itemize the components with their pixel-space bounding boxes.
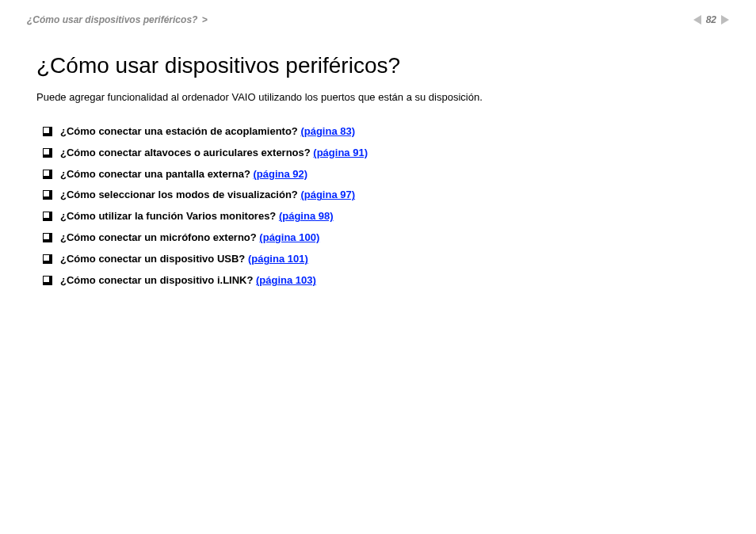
- toc-item: ¿Cómo conectar altavoces o auriculares e…: [43, 147, 720, 160]
- toc-item: ¿Cómo conectar un dispositivo i.LINK? (p…: [43, 274, 720, 288]
- toc-link[interactable]: (página 98): [279, 210, 334, 222]
- page-title: ¿Cómo usar dispositivos periféricos?: [36, 52, 720, 79]
- toc-link[interactable]: (página 92): [253, 168, 307, 180]
- toc-link[interactable]: (página 101): [248, 253, 308, 265]
- page-number: 82: [706, 14, 716, 25]
- page-navigation: 82: [693, 14, 729, 25]
- toc-question: ¿Cómo seleccionar los modos de visualiza…: [60, 189, 300, 200]
- toc-question: ¿Cómo conectar un dispositivo USB?: [60, 253, 248, 265]
- prev-page-icon[interactable]: [693, 15, 701, 25]
- toc-question: ¿Cómo utilizar la función Varios monitor…: [60, 210, 279, 222]
- toc-list: ¿Cómo conectar una estación de acoplamie…: [36, 125, 720, 288]
- toc-question: ¿Cómo conectar un dispositivo i.LINK?: [60, 274, 256, 286]
- toc-item: ¿Cómo utilizar la función Varios monitor…: [43, 210, 720, 223]
- breadcrumb-label: ¿Cómo usar dispositivos periféricos?: [27, 14, 197, 25]
- toc-item: ¿Cómo conectar una pantalla externa? (pá…: [43, 168, 720, 181]
- intro-text: Puede agregar funcionalidad al ordenador…: [36, 90, 720, 105]
- toc-link[interactable]: (página 103): [256, 274, 316, 286]
- breadcrumb-separator: >: [200, 14, 208, 25]
- toc-item: ¿Cómo conectar un micrófono externo? (pá…: [43, 231, 720, 245]
- toc-item: ¿Cómo seleccionar los modos de visualiza…: [43, 189, 720, 202]
- toc-question: ¿Cómo conectar una pantalla externa?: [60, 168, 253, 180]
- toc-item: ¿Cómo conectar un dispositivo USB? (pági…: [43, 253, 720, 266]
- toc-link[interactable]: (página 100): [259, 231, 319, 243]
- breadcrumb: ¿Cómo usar dispositivos periféricos? >: [27, 14, 208, 25]
- toc-link[interactable]: (página 97): [300, 189, 355, 200]
- toc-question: ¿Cómo conectar una estación de acoplamie…: [60, 125, 300, 137]
- toc-item: ¿Cómo conectar una estación de acoplamie…: [43, 125, 720, 139]
- toc-link[interactable]: (página 91): [313, 147, 368, 158]
- next-page-icon[interactable]: [721, 15, 729, 25]
- toc-question: ¿Cómo conectar altavoces o auriculares e…: [60, 147, 313, 158]
- toc-question: ¿Cómo conectar un micrófono externo?: [60, 231, 259, 243]
- toc-link[interactable]: (página 83): [300, 125, 355, 137]
